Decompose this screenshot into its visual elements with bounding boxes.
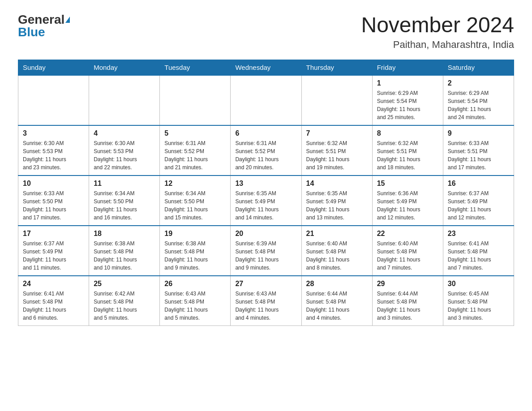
calendar-cell: 27Sunrise: 6:43 AMSunset: 5:48 PMDayligh… — [231, 276, 301, 326]
week-row-5: 24Sunrise: 6:41 AMSunset: 5:48 PMDayligh… — [18, 276, 514, 326]
day-info: Sunrise: 6:40 AMSunset: 5:48 PMDaylight:… — [377, 240, 438, 272]
calendar-cell: 11Sunrise: 6:34 AMSunset: 5:50 PMDayligh… — [89, 176, 160, 226]
day-number: 4 — [94, 129, 155, 137]
calendar-cell — [160, 75, 231, 125]
calendar-cell: 20Sunrise: 6:39 AMSunset: 5:48 PMDayligh… — [231, 226, 301, 276]
weekday-header-saturday: Saturday — [443, 60, 514, 75]
calendar-cell: 8Sunrise: 6:32 AMSunset: 5:51 PMDaylight… — [372, 125, 443, 176]
calendar-cell: 6Sunrise: 6:31 AMSunset: 5:52 PMDaylight… — [231, 125, 301, 176]
day-info: Sunrise: 6:31 AMSunset: 5:52 PMDaylight:… — [164, 139, 226, 171]
calendar-cell: 2Sunrise: 6:29 AMSunset: 5:54 PMDaylight… — [443, 75, 514, 125]
day-number: 30 — [448, 280, 509, 288]
calendar-header-row: SundayMondayTuesdayWednesdayThursdayFrid… — [18, 60, 514, 75]
calendar-cell — [89, 75, 160, 125]
logo: General Blue — [18, 13, 70, 39]
calendar-table: SundayMondayTuesdayWednesdayThursdayFrid… — [18, 60, 514, 326]
calendar-cell — [231, 75, 301, 125]
day-number: 16 — [448, 180, 509, 188]
day-info: Sunrise: 6:29 AMSunset: 5:54 PMDaylight:… — [377, 89, 438, 121]
weekday-header-wednesday: Wednesday — [231, 60, 301, 75]
day-number: 20 — [235, 230, 296, 238]
day-info: Sunrise: 6:32 AMSunset: 5:51 PMDaylight:… — [306, 139, 368, 171]
day-number: 26 — [164, 280, 226, 288]
day-info: Sunrise: 6:37 AMSunset: 5:49 PMDaylight:… — [23, 240, 84, 272]
day-info: Sunrise: 6:43 AMSunset: 5:48 PMDaylight:… — [164, 290, 226, 322]
day-info: Sunrise: 6:32 AMSunset: 5:51 PMDaylight:… — [377, 139, 438, 171]
day-number: 2 — [448, 79, 509, 87]
week-row-2: 3Sunrise: 6:30 AMSunset: 5:53 PMDaylight… — [18, 125, 514, 176]
day-info: Sunrise: 6:34 AMSunset: 5:50 PMDaylight:… — [94, 189, 155, 222]
day-info: Sunrise: 6:44 AMSunset: 5:48 PMDaylight:… — [306, 290, 368, 322]
day-number: 3 — [23, 129, 84, 137]
calendar-cell — [18, 75, 89, 125]
calendar-cell: 19Sunrise: 6:38 AMSunset: 5:48 PMDayligh… — [160, 226, 231, 276]
day-info: Sunrise: 6:31 AMSunset: 5:52 PMDaylight:… — [235, 139, 296, 171]
calendar-cell: 16Sunrise: 6:37 AMSunset: 5:49 PMDayligh… — [443, 176, 514, 226]
calendar-cell: 24Sunrise: 6:41 AMSunset: 5:48 PMDayligh… — [18, 276, 89, 326]
day-info: Sunrise: 6:36 AMSunset: 5:49 PMDaylight:… — [377, 189, 438, 222]
day-number: 21 — [306, 230, 368, 238]
day-number: 29 — [377, 280, 438, 288]
day-number: 14 — [306, 180, 368, 188]
day-number: 15 — [377, 180, 438, 188]
calendar-cell: 29Sunrise: 6:44 AMSunset: 5:48 PMDayligh… — [372, 276, 443, 326]
day-info: Sunrise: 6:45 AMSunset: 5:48 PMDaylight:… — [448, 290, 509, 322]
calendar-cell: 28Sunrise: 6:44 AMSunset: 5:48 PMDayligh… — [301, 276, 372, 326]
week-row-4: 17Sunrise: 6:37 AMSunset: 5:49 PMDayligh… — [18, 226, 514, 276]
calendar-cell: 15Sunrise: 6:36 AMSunset: 5:49 PMDayligh… — [372, 176, 443, 226]
day-info: Sunrise: 6:41 AMSunset: 5:48 PMDaylight:… — [23, 290, 84, 322]
calendar-cell: 21Sunrise: 6:40 AMSunset: 5:48 PMDayligh… — [301, 226, 372, 276]
day-number: 11 — [94, 180, 155, 188]
weekday-header-tuesday: Tuesday — [160, 60, 231, 75]
day-info: Sunrise: 6:43 AMSunset: 5:48 PMDaylight:… — [235, 290, 296, 322]
day-info: Sunrise: 6:38 AMSunset: 5:48 PMDaylight:… — [164, 240, 226, 272]
calendar-cell: 9Sunrise: 6:33 AMSunset: 5:51 PMDaylight… — [443, 125, 514, 176]
day-number: 17 — [23, 230, 84, 238]
day-number: 24 — [23, 280, 84, 288]
day-number: 28 — [306, 280, 368, 288]
day-info: Sunrise: 6:40 AMSunset: 5:48 PMDaylight:… — [306, 240, 368, 272]
day-info: Sunrise: 6:30 AMSunset: 5:53 PMDaylight:… — [23, 139, 84, 171]
day-info: Sunrise: 6:35 AMSunset: 5:49 PMDaylight:… — [235, 189, 296, 222]
calendar-cell: 30Sunrise: 6:45 AMSunset: 5:48 PMDayligh… — [443, 276, 514, 326]
calendar-cell: 13Sunrise: 6:35 AMSunset: 5:49 PMDayligh… — [231, 176, 301, 226]
weekday-header-sunday: Sunday — [18, 60, 89, 75]
day-number: 1 — [377, 79, 438, 87]
weekday-header-thursday: Thursday — [301, 60, 372, 75]
day-info: Sunrise: 6:38 AMSunset: 5:48 PMDaylight:… — [94, 240, 155, 272]
day-number: 18 — [94, 230, 155, 238]
day-info: Sunrise: 6:29 AMSunset: 5:54 PMDaylight:… — [448, 89, 509, 121]
weekday-header-monday: Monday — [89, 60, 160, 75]
day-number: 25 — [94, 280, 155, 288]
day-number: 9 — [448, 129, 509, 137]
day-info: Sunrise: 6:42 AMSunset: 5:48 PMDaylight:… — [94, 290, 155, 322]
calendar-cell: 18Sunrise: 6:38 AMSunset: 5:48 PMDayligh… — [89, 226, 160, 276]
logo-general-text: General — [18, 13, 64, 26]
day-number: 12 — [164, 180, 226, 188]
calendar-cell: 1Sunrise: 6:29 AMSunset: 5:54 PMDaylight… — [372, 75, 443, 125]
calendar-cell — [301, 75, 372, 125]
day-info: Sunrise: 6:35 AMSunset: 5:49 PMDaylight:… — [306, 189, 368, 222]
month-title: November 2024 — [361, 13, 514, 37]
day-info: Sunrise: 6:33 AMSunset: 5:50 PMDaylight:… — [23, 189, 84, 222]
calendar-cell: 10Sunrise: 6:33 AMSunset: 5:50 PMDayligh… — [18, 176, 89, 226]
day-info: Sunrise: 6:41 AMSunset: 5:48 PMDaylight:… — [448, 240, 509, 272]
day-number: 8 — [377, 129, 438, 137]
calendar-cell: 17Sunrise: 6:37 AMSunset: 5:49 PMDayligh… — [18, 226, 89, 276]
day-number: 19 — [164, 230, 226, 238]
day-number: 5 — [164, 129, 226, 137]
calendar-cell: 4Sunrise: 6:30 AMSunset: 5:53 PMDaylight… — [89, 125, 160, 176]
logo-blue-text: Blue — [18, 26, 45, 39]
day-number: 27 — [235, 280, 296, 288]
day-info: Sunrise: 6:44 AMSunset: 5:48 PMDaylight:… — [377, 290, 438, 322]
calendar-cell: 26Sunrise: 6:43 AMSunset: 5:48 PMDayligh… — [160, 276, 231, 326]
location-title: Paithan, Maharashtra, India — [361, 39, 514, 51]
logo-triangle-icon — [65, 17, 70, 23]
calendar-cell: 5Sunrise: 6:31 AMSunset: 5:52 PMDaylight… — [160, 125, 231, 176]
calendar-cell: 3Sunrise: 6:30 AMSunset: 5:53 PMDaylight… — [18, 125, 89, 176]
title-block: November 2024 Paithan, Maharashtra, Indi… — [361, 13, 514, 51]
day-info: Sunrise: 6:39 AMSunset: 5:48 PMDaylight:… — [235, 240, 296, 272]
calendar-cell: 22Sunrise: 6:40 AMSunset: 5:48 PMDayligh… — [372, 226, 443, 276]
day-number: 6 — [235, 129, 296, 137]
day-info: Sunrise: 6:34 AMSunset: 5:50 PMDaylight:… — [164, 189, 226, 222]
